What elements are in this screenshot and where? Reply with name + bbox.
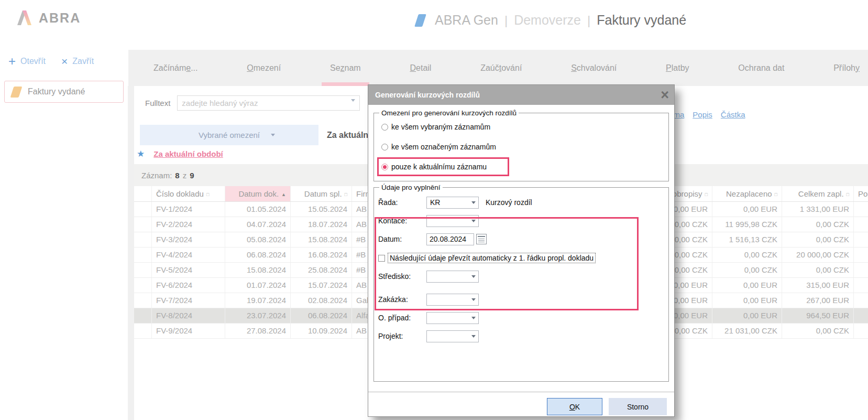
sort-box-icon: □ (775, 192, 777, 197)
column-header-cislo[interactable]: Číslo dokladu□ (152, 186, 225, 201)
window-title: ABRA Gen | Demoverze | Faktury vydané (416, 13, 686, 28)
autofill-checkbox-label: Následující údaje převzít automaticky z … (388, 253, 596, 263)
row-indicator-header (134, 186, 152, 201)
storno-button[interactable]: Storno (609, 398, 667, 415)
autofill-checkbox-row[interactable]: Následující údaje převzít automaticky z … (378, 250, 664, 266)
restriction-group-legend: Omezení pro generování kurzových rozdílů (379, 109, 519, 117)
dialog-body: Omezení pro generování kurzových rozdílů… (368, 109, 674, 420)
cell-celkem: 0,00 CZK (782, 232, 854, 247)
chevron-down-icon (471, 335, 476, 338)
chevron-down-icon (471, 298, 476, 301)
row-indicator (134, 278, 152, 293)
column-header-celkem[interactable]: Celkem zapl.□ (782, 186, 854, 201)
cell-datum_spl: 15.07.2024 (291, 278, 352, 293)
cell-datum_spl: 06.08.2024 (291, 308, 352, 323)
cell-celkem: 0,00 CZK (782, 263, 854, 277)
cell-celkem: 20 000,00 CZK (782, 247, 854, 262)
open-agenda-label: Otevřít (20, 57, 46, 66)
title-separator: | (504, 13, 508, 28)
tab-zaúčtování[interactable]: Zaúčtování (477, 50, 525, 86)
tab-začínáme[interactable]: Začínáme... (150, 50, 201, 86)
tab-omezení[interactable]: Omezení (244, 50, 284, 86)
column-header-popis[interactable]: Popis□ (854, 186, 868, 201)
cell-celkem: 267,00 EUR (782, 293, 854, 308)
zakazka-combo[interactable] (426, 294, 479, 306)
plus-icon: + (8, 56, 16, 67)
favorite-star-icon[interactable]: ★ (137, 148, 145, 159)
cell-nezaplaceno: 0,00 EUR (712, 293, 782, 308)
ok-button[interactable]: OK (547, 398, 602, 415)
column-header-nezaplaceno[interactable]: Nezaplaceno□ (712, 186, 782, 201)
kontace-combo[interactable] (426, 215, 479, 227)
dialog-generovani-kurzovych-rozdilu: Generování kurzových rozdílů × Omezení p… (368, 84, 675, 417)
cell-datum_dok: 23.07.2024 (225, 308, 291, 323)
cell-datum_dok: 06.08.2024 (225, 247, 291, 262)
rada-combo[interactable]: KR (426, 197, 479, 209)
chevron-down-icon (471, 317, 476, 319)
record-counter-label: Záznam: (141, 171, 172, 180)
cell-celkem: 964,50 EUR (782, 308, 854, 323)
dialog-close-icon[interactable]: × (661, 88, 669, 102)
cell-nezaplaceno: 0,00 EUR (712, 278, 782, 293)
fulltext-input[interactable] (177, 95, 360, 111)
invoices-parallelogram-icon (10, 87, 23, 98)
fulltext-field[interactable] (177, 95, 360, 111)
cell-datum_spl: 18.07.2024 (291, 217, 352, 232)
radio-icon[interactable] (381, 144, 388, 150)
cell-cislo: FV-5/2024 (152, 263, 225, 277)
radio-option-oznacenym-zaznamum[interactable]: ke všem označeným záznamům (378, 137, 664, 157)
tab-ochrana-dat[interactable]: Ochrana dat (735, 50, 787, 86)
calendar-icon[interactable] (476, 234, 487, 244)
open-agenda-button[interactable]: + Otevřít (8, 56, 46, 67)
radio-icon[interactable] (381, 164, 388, 170)
datum-field[interactable]: 20.08.2024 (426, 233, 474, 245)
sort-asc-icon: ▲ (281, 192, 286, 197)
cell-popis (854, 293, 868, 308)
environment-name: Demoverze (514, 13, 581, 28)
cell-popis (854, 232, 868, 247)
cell-cislo: FV-6/2024 (152, 278, 225, 293)
cell-nezaplaceno: 11 995,98 CZK (712, 217, 782, 232)
column-header-datum_spl[interactable]: Datum spl.□ (291, 186, 352, 201)
projekt-combo[interactable] (426, 330, 479, 342)
dialog-titlebar[interactable]: Generování kurzových rozdílů × (368, 85, 674, 105)
cell-cislo: FV-1/2024 (152, 202, 225, 217)
tab-schvalování[interactable]: Schvalování (568, 50, 620, 86)
tab-detail[interactable]: Detail (406, 50, 434, 86)
row-indicator (134, 202, 152, 217)
stredisko-combo[interactable] (426, 271, 479, 283)
radio-icon[interactable] (381, 124, 388, 131)
tab-bar: Začínáme...OmezeníSeznamDetailZaúčtování… (128, 50, 868, 86)
fulltext-dropdown-icon[interactable] (351, 102, 355, 111)
tab-platby[interactable]: Platby (663, 50, 692, 86)
dialog-footer: OK Storno (368, 392, 674, 420)
chevron-down-icon (471, 201, 476, 204)
sort-box-icon: □ (705, 192, 708, 197)
cell-datum_spl: 15.05.2024 (291, 202, 352, 217)
sidebar-item-faktury-vydane[interactable]: Faktury vydané (4, 81, 124, 103)
close-agenda-button[interactable]: × Zavřít (61, 56, 94, 67)
favorite-filter-link[interactable]: Za aktuální období (153, 149, 223, 158)
cell-nezaplaceno: 0,00 CZK (712, 247, 782, 262)
projekt-label: Projekt: (378, 332, 426, 340)
record-of-label: z (183, 171, 187, 180)
autofill-checkbox[interactable] (378, 255, 385, 262)
tab-přílohy[interactable]: Přílohy (830, 50, 863, 86)
cell-popis (854, 308, 868, 323)
title-separator: | (587, 13, 590, 28)
radio-option-vybranym-zaznamum[interactable]: ke všem vybraným záznamům (378, 117, 664, 137)
record-total: 9 (190, 171, 194, 180)
column-header-datum_dok[interactable]: Datum dok.▲ (225, 186, 291, 201)
pripad-combo[interactable] (426, 312, 479, 324)
cell-datum_dok: 15.08.2024 (225, 263, 291, 277)
cell-celkem: 315,00 EUR (782, 278, 854, 293)
cell-cislo: FV-2/2024 (152, 217, 225, 232)
sort-link-castka[interactable]: Částka (721, 110, 745, 119)
sort-box-icon: □ (847, 192, 849, 197)
cell-celkem: 0,00 CZK (782, 217, 854, 232)
chevron-down-icon (471, 275, 476, 278)
radio-option-aktualnimu-zaznamu[interactable]: pouze k aktuálnímu záznamu (378, 157, 664, 177)
restriction-dropdown[interactable]: Vybrané omezení (140, 125, 318, 145)
tab-seznam[interactable]: Seznam (327, 50, 364, 86)
sort-link-popis[interactable]: Popis (693, 110, 712, 119)
